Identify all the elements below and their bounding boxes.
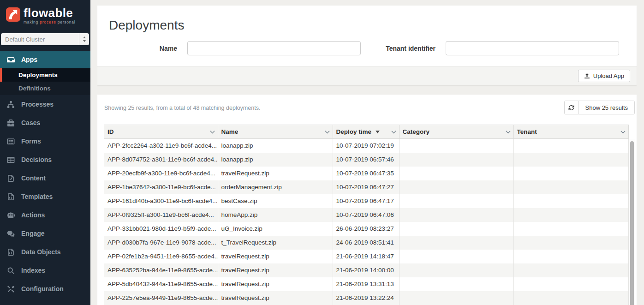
cell-name: travelRequest.zip: [218, 250, 333, 263]
sidebar-item-deployments[interactable]: Deployments: [0, 68, 90, 82]
table-row[interactable]: APP-1be37642-a300-11e9-bc6f-acde...order…: [104, 180, 629, 194]
sidebar-item-label: Apps: [21, 56, 37, 63]
upload-app-button[interactable]: Upload App: [578, 70, 630, 82]
cell-id: APP-d030b7fa-967e-11e9-9078-acde...: [104, 236, 218, 250]
sidebar-item-cases[interactable]: Cases: [0, 114, 90, 132]
cell-id: APP-5db40432-944a-11e9-8655-acde...: [104, 277, 218, 291]
column-header-category[interactable]: Category: [399, 125, 513, 139]
column-label: ID: [107, 128, 114, 135]
column-menu-icon[interactable]: [620, 130, 626, 134]
cell-deploy-time: 21-06-2019 13:31:13: [333, 277, 399, 291]
column-header-id[interactable]: ID: [104, 125, 218, 139]
robot-icon: [6, 211, 15, 219]
cell-deploy-time: 10-07-2019 07:02:19: [333, 139, 399, 153]
refresh-icon: [568, 104, 575, 111]
file-code-icon: [6, 193, 15, 201]
flowable-logo-icon: [6, 7, 20, 24]
column-header-name[interactable]: Name: [218, 125, 333, 139]
sidebar-item-label: Indexes: [21, 267, 45, 274]
deployments-table: IDNameDeploy timeCategoryTenant APP-2fcc…: [104, 125, 635, 305]
table-row[interactable]: APP-5db40432-944a-11e9-8655-acde...trave…: [104, 277, 629, 291]
cell-category: [399, 291, 513, 305]
flowable-logo[interactable]: flowable making process personal: [0, 0, 90, 31]
tenant-identifier-label: Tenant identifier: [367, 45, 446, 52]
sidebar-nav: AppsDeploymentsDefinitionsProcessesCases…: [0, 51, 90, 298]
sidebar-item-configuration[interactable]: Configuration: [0, 280, 90, 298]
table-row[interactable]: APP-331bb021-980d-11e9-b5f9-acde...uG_In…: [104, 222, 629, 236]
filter-form: Name Tenant identifier: [109, 41, 626, 55]
column-menu-icon[interactable]: [391, 130, 396, 134]
tenant-identifier-input[interactable]: [446, 41, 619, 55]
sidebar-item-apps[interactable]: Apps: [0, 51, 90, 68]
cell-deploy-time: 10-07-2019 06:47:27: [333, 180, 399, 194]
name-input[interactable]: [187, 41, 361, 55]
sidebar-item-content[interactable]: Content: [0, 169, 90, 187]
sidebar-item-decisions[interactable]: Decisions: [0, 150, 90, 169]
table-row[interactable]: APP-8d074752-a301-11e9-bc6f-acde4...loan…: [104, 153, 629, 167]
sidebar-item-label: Decisions: [21, 156, 52, 163]
column-header-tenant[interactable]: Tenant: [513, 125, 629, 139]
sidebar-item-templates[interactable]: Templates: [0, 187, 90, 206]
cell-id: APP-0f9325ff-a300-11e9-bc6f-acde4...: [104, 208, 218, 222]
cell-tenant: [513, 180, 629, 194]
sidebar-item-label: Forms: [21, 138, 41, 145]
sidebar-item-indexes[interactable]: Indexes: [0, 261, 90, 280]
tools-icon: [6, 285, 15, 293]
cell-category: [399, 194, 513, 208]
table-row[interactable]: APP-20ecfb9f-a300-11e9-bc6f-acde4...trav…: [104, 167, 629, 180]
cell-tenant: [513, 277, 629, 291]
table-row[interactable]: APP-02fe1b2a-9451-11e9-8655-acde4...trav…: [104, 250, 629, 263]
sidebar-item-forms[interactable]: Forms: [0, 132, 90, 150]
refresh-button[interactable]: [564, 101, 579, 114]
sidebar-item-actions[interactable]: Actions: [0, 206, 90, 224]
cell-name: bestCase.zip: [218, 194, 333, 208]
page-title: Deployments: [109, 18, 626, 33]
cell-deploy-time: 21-06-2019 13:22:24: [333, 291, 399, 305]
cell-tenant: [513, 194, 629, 208]
cell-id: APP-2257e5ea-9449-11e9-8655-acde...: [104, 291, 218, 305]
sort-descending-icon: [376, 130, 380, 133]
table-row[interactable]: APP-161df40b-a300-11e9-bc6f-acde4...best…: [104, 194, 629, 208]
scrollbar-thumb[interactable]: [630, 141, 634, 305]
sidebar-item-definitions[interactable]: Definitions: [0, 82, 90, 95]
show-results-button[interactable]: Show 25 results: [578, 101, 635, 114]
cell-category: [399, 263, 513, 277]
sidebar-item-label: Configuration: [21, 285, 64, 293]
column-header-deploy-time[interactable]: Deploy time: [333, 125, 399, 139]
sidebar-item-processes[interactable]: Processes: [0, 95, 90, 114]
cell-name: travelRequest.zip: [218, 277, 333, 291]
sidebar-item-data-objects[interactable]: Data Objects: [0, 243, 90, 261]
cell-name: loanapp.zip: [218, 139, 333, 153]
cell-tenant: [513, 167, 629, 180]
table-row[interactable]: APP-2257e5ea-9449-11e9-8655-acde...trave…: [104, 291, 629, 305]
cell-category: [399, 236, 513, 250]
sidebar-item-label: Data Objects: [21, 248, 61, 256]
table-row[interactable]: APP-d030b7fa-967e-11e9-9078-acde...t_Tra…: [104, 236, 629, 250]
briefcase-icon: [6, 119, 15, 127]
sidebar-item-label: Processes: [21, 101, 54, 108]
form-icon: [6, 138, 15, 145]
column-menu-icon[interactable]: [210, 130, 215, 134]
cell-tenant: [513, 153, 629, 167]
sidebar-item-label: Templates: [21, 193, 53, 200]
cell-name: homeApp.zip: [218, 208, 333, 222]
table-row[interactable]: APP-635252ba-944e-11e9-8655-acde...trave…: [104, 263, 629, 277]
column-menu-icon[interactable]: [506, 130, 511, 134]
cluster-select[interactable]: Default Cluster: [1, 33, 89, 45]
cell-tenant: [513, 222, 629, 236]
cell-deploy-time: 21-06-2019 14:18:47: [333, 250, 399, 263]
sidebar-item-engage[interactable]: Engage: [0, 224, 90, 243]
table-body: APP-2fcc2264-a302-11e9-bc6f-acde4...loan…: [104, 139, 629, 305]
cell-deploy-time: 10-07-2019 06:57:46: [333, 153, 399, 167]
cell-tenant: [513, 208, 629, 222]
cell-name: travelRequest.zip: [218, 291, 333, 305]
table-row[interactable]: APP-0f9325ff-a300-11e9-bc6f-acde4...home…: [104, 208, 629, 222]
cell-category: [399, 250, 513, 263]
column-menu-icon[interactable]: [325, 130, 330, 134]
cell-category: [399, 139, 513, 153]
cell-name: loanapp.zip: [218, 153, 333, 167]
table-row[interactable]: APP-2fcc2264-a302-11e9-bc6f-acde4...loan…: [104, 139, 629, 153]
cell-deploy-time: 24-06-2019 08:51:41: [333, 236, 399, 250]
cell-id: APP-161df40b-a300-11e9-bc6f-acde4...: [104, 194, 218, 208]
search-icon: [6, 267, 15, 275]
